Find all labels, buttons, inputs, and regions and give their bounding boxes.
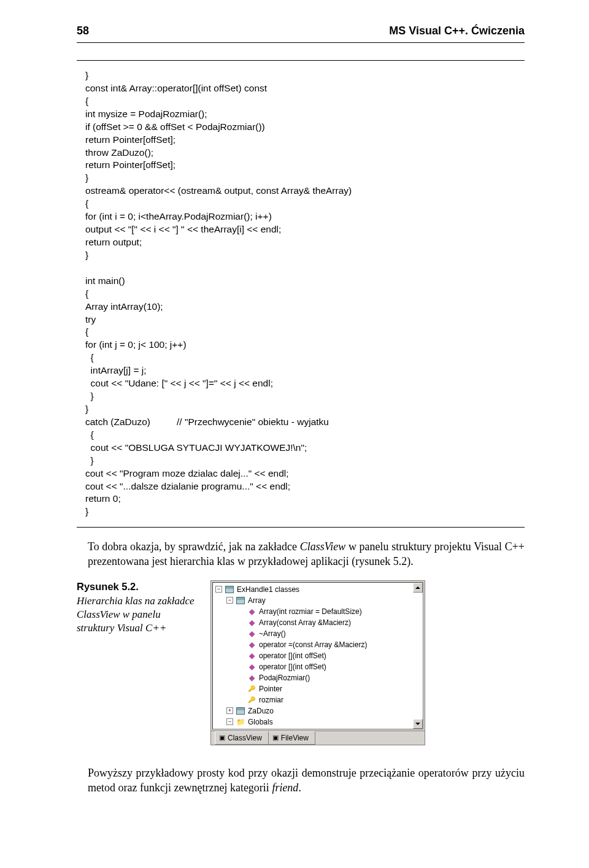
- method-icon: [247, 729, 256, 729]
- scroll-down-button[interactable]: [413, 719, 423, 729]
- para1-text-a: To dobra okazja, by sprawdzić, jak na za…: [88, 540, 300, 553]
- page-header: 58 MS Visual C++. Ćwiczenia: [77, 25, 525, 37]
- tree-row[interactable]: rozmiar: [215, 694, 423, 705]
- tree-label: Array(const Array &Macierz): [259, 618, 351, 627]
- tree-label: Array(int rozmiar = DefaultSize): [259, 607, 362, 616]
- tree-label: ZaDuzo: [248, 707, 274, 715]
- tree-label: rozmiar: [259, 696, 283, 704]
- tree-label: Globals: [248, 718, 273, 726]
- tree-row[interactable]: Array(const Array &Macierz): [215, 617, 423, 628]
- class-icon: [236, 707, 245, 715]
- para2-em: friend: [272, 782, 298, 794]
- tree-row[interactable]: +ZaDuzo: [215, 705, 423, 716]
- tree-label: operator [](int offSet): [259, 651, 326, 660]
- chevron-up-icon: [415, 586, 420, 589]
- tree-row[interactable]: −ExHandle1 classes: [215, 584, 423, 595]
- tab-label: FileView: [281, 734, 309, 742]
- tree-row[interactable]: ~Array(): [215, 628, 423, 639]
- tab-bar: ▣ClassView▣FileView: [211, 731, 425, 745]
- tree-row[interactable]: Array(int rozmiar = DefaultSize): [215, 606, 423, 617]
- class-icon: [236, 596, 245, 605]
- chevron-down-icon: [415, 723, 420, 725]
- para2-text-b: .: [298, 782, 301, 794]
- tab-icon: ▣: [272, 734, 279, 742]
- tree-label: main(): [259, 729, 280, 729]
- method-icon: [247, 607, 256, 616]
- tree-label: Pointer: [259, 685, 282, 693]
- para1-em: ClassView: [300, 540, 346, 553]
- header-rule: [77, 42, 525, 43]
- running-title: MS Visual C++. Ćwiczenia: [101, 25, 525, 37]
- key-icon: [247, 685, 256, 693]
- project-icon: [225, 585, 234, 594]
- body-paragraph-2: Powyższy przykładowy prosty kod przy oka…: [88, 766, 525, 796]
- page-number: 58: [77, 25, 101, 37]
- expand-toggle[interactable]: −: [226, 718, 233, 725]
- tab-fileview[interactable]: ▣FileView: [268, 731, 315, 745]
- method-icon: [247, 663, 256, 671]
- key-icon: [247, 696, 256, 704]
- method-icon: [247, 674, 256, 682]
- expand-toggle[interactable]: −: [215, 586, 222, 593]
- tree-label: PodajRozmiar(): [259, 674, 310, 682]
- tree-label: Array: [248, 596, 266, 605]
- expand-toggle[interactable]: +: [226, 707, 233, 714]
- tree-row[interactable]: operator [](int offSet): [215, 661, 423, 672]
- tree-label: ExHandle1 classes: [237, 585, 299, 594]
- method-icon: [247, 640, 256, 649]
- method-icon: [247, 618, 256, 627]
- code-listing: } const int& Array::operator[](int offSe…: [77, 60, 525, 528]
- expand-toggle[interactable]: −: [226, 597, 233, 604]
- tree-row[interactable]: operator [](int offSet): [215, 650, 423, 661]
- tree-row[interactable]: −Globals: [215, 716, 423, 728]
- method-icon: [247, 651, 256, 660]
- figure-description: Hierarchia klas na zakładce ClassView w …: [77, 595, 194, 634]
- tree-pane[interactable]: −ExHandle1 classes−ArrayArray(int rozmia…: [212, 582, 423, 729]
- tree-label: operator [](int offSet): [259, 663, 326, 671]
- figure-caption: Rysunek 5.2. Hierarchia klas na zakładce…: [77, 580, 199, 636]
- para2-text-a: Powyższy przykładowy prosty kod przy oka…: [88, 767, 525, 794]
- tab-label: ClassView: [228, 734, 262, 742]
- tree-row[interactable]: −Array: [215, 595, 423, 606]
- tree-row[interactable]: main(): [215, 728, 423, 729]
- tree-row[interactable]: PodajRozmiar(): [215, 672, 423, 683]
- tab-classview[interactable]: ▣ClassView: [215, 731, 269, 745]
- tree-label: ~Array(): [259, 629, 286, 638]
- tree-row[interactable]: Pointer: [215, 683, 423, 694]
- classview-panel: −ExHandle1 classes−ArrayArray(int rozmia…: [210, 580, 425, 745]
- tree-row[interactable]: operator =(const Array &Macierz): [215, 639, 423, 650]
- tab-icon: ▣: [219, 734, 225, 742]
- figure-label: Rysunek 5.2.: [77, 580, 199, 593]
- tree-label: operator =(const Array &Macierz): [259, 640, 367, 649]
- method-icon: [247, 629, 256, 638]
- body-paragraph-1: To dobra okazja, by sprawdzić, jak na za…: [88, 540, 525, 569]
- scroll-up-button[interactable]: [413, 583, 423, 593]
- folder-icon: [236, 718, 245, 726]
